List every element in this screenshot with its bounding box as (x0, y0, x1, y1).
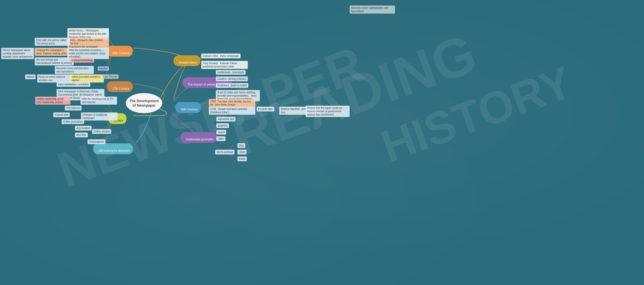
node-culture: Culture shift (53, 112, 70, 117)
node-arrested: 1734 Zenger had been arrested (Seditious… (209, 107, 255, 115)
node-convergence: Convergence (88, 139, 105, 144)
nineteenth-century-node: 19th Century (107, 46, 133, 57)
node-penny: Only sale one penny called The penny pre… (35, 38, 70, 46)
node-crime: focus on crime violence emotion sex (37, 74, 72, 83)
node-publishers: Publishers (back to order) (216, 83, 248, 88)
still-looking-node: still looking for direction (93, 143, 133, 154)
node-change-taste: Change the newspaper's taste interest re… (35, 48, 71, 56)
node-online-journalism: Online journalism (62, 119, 84, 124)
node-lastdecade: Last Decade (102, 74, 118, 79)
node-sophisticated: becomes more sophisticated and specializ… (55, 66, 94, 74)
node-online-readership: Online readership grade print readership… (35, 97, 70, 105)
node-fill: Fill the newspaper about exciting catast… (1, 48, 34, 59)
node-benjamin: 1833----Benjamin Day created The SunPopu… (67, 38, 109, 49)
node-sound: sound (216, 130, 226, 135)
node-online-version: Online version (92, 129, 111, 134)
node-traditional: Changes of traditional newspaper (81, 112, 117, 120)
node-intellectuals: Intellectuals (wounded) (216, 70, 246, 75)
node-email: Email (237, 156, 247, 161)
seventeenth-century-node: 17th Century (107, 81, 133, 92)
node-format: the new format and industrialized method… (35, 57, 74, 65)
node-topright: becomes more sophisticated and specializ… (350, 6, 395, 14)
node-8month: 8 month later (257, 107, 274, 111)
eighteenth-century-node: 18th Century (175, 102, 201, 113)
node-internet: The Internet (65, 106, 82, 110)
ancient-times-node: Ancient times (174, 55, 200, 66)
node-industrial: After the industrial revolution----reach… (67, 48, 109, 59)
node-printing: printing technology (70, 58, 94, 63)
node-tang: Tang Dynasty Kaiyuan Zabao published gov… (201, 61, 248, 69)
node-protect: Protect that the paper could put honest … (306, 106, 350, 117)
node-corantos: early newsletter----corantos (57, 82, 90, 87)
node-blog: blog (237, 143, 245, 148)
watermark-2: READING (223, 21, 485, 168)
node-any-time: Any time (75, 133, 88, 137)
node-reporter: reporter (98, 66, 109, 71)
node-zenger: 1733 The New York Weekly Journal By John… (209, 99, 255, 107)
center-node: The Development of Newspaper (126, 93, 162, 113)
node-yellow: yellow journalist started to appear (70, 74, 104, 83)
node-interactive: interactive text (216, 117, 235, 121)
node-podcast: text to podcast (215, 150, 234, 154)
node-caesar: Caesar's time Have newspaper (201, 54, 240, 58)
multimedia-node: multimedia journalist (181, 132, 217, 143)
node-any-location: Any location (75, 126, 92, 131)
node-video: video (216, 136, 225, 141)
node-tabloid: tabloid (25, 74, 35, 79)
node-leaders: Leaders (strong protests) (216, 76, 248, 81)
node-tv-internet: With the development of TV and Internet (80, 97, 117, 105)
node-chats: chats (237, 150, 247, 154)
watermark-3: HISTORY (374, 56, 579, 173)
node-graphics: graphics (216, 123, 229, 128)
